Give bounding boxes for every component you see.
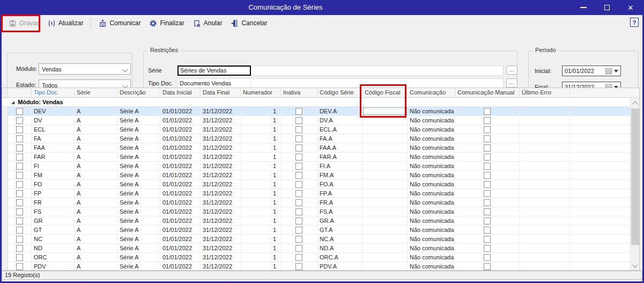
table-row[interactable]: FAA A Série A 01/01/2022 31/12/2022 1 FA… bbox=[2, 143, 639, 153]
cell-codigo-fiscal[interactable] bbox=[362, 153, 408, 161]
table-row[interactable]: ND A Série A 01/01/2022 31/12/2022 1 ND.… bbox=[2, 244, 639, 253]
cell-descricao[interactable]: Série A bbox=[117, 189, 160, 198]
cell-codigo-serie[interactable]: FM.A bbox=[317, 171, 362, 179]
row-select-cell[interactable] bbox=[8, 162, 32, 170]
cell-comunicacao[interactable]: Não comunicada bbox=[408, 244, 455, 252]
cell-ultimo-erro[interactable] bbox=[520, 162, 570, 170]
table-row[interactable]: PDV A Série A 01/01/2022 31/12/2022 1 PD… bbox=[2, 262, 639, 271]
cell-serie[interactable]: A bbox=[75, 262, 117, 271]
cell-numerador[interactable]: 1 bbox=[241, 235, 281, 243]
cell-data-final[interactable]: 31/12/2022 bbox=[201, 125, 241, 134]
cell-codigo-serie[interactable]: FP.A bbox=[317, 189, 362, 198]
comunicacao-manual-checkbox[interactable] bbox=[484, 154, 491, 161]
cell-data-final[interactable]: 31/12/2022 bbox=[201, 143, 241, 152]
inativa-checkbox[interactable] bbox=[295, 108, 302, 115]
inativa-checkbox[interactable] bbox=[295, 135, 302, 142]
cell-descricao[interactable]: Série A bbox=[117, 125, 160, 134]
inativa-checkbox[interactable] bbox=[295, 217, 302, 224]
cell-codigo-fiscal[interactable] bbox=[362, 189, 408, 198]
serie-browse-button[interactable]: ... bbox=[506, 66, 517, 75]
row-select-cell[interactable] bbox=[8, 125, 32, 134]
cell-comunicacao-manual[interactable] bbox=[455, 116, 520, 125]
cell-codigo-serie[interactable]: ECL.A bbox=[317, 125, 362, 134]
row-select-checkbox[interactable] bbox=[16, 227, 23, 234]
table-row[interactable]: GR A Série A 01/01/2022 31/12/2022 1 GR.… bbox=[2, 216, 639, 226]
cell-descricao[interactable]: Série A bbox=[117, 162, 160, 170]
cell-tipo-doc[interactable]: ECL bbox=[32, 125, 75, 134]
cell-comunicacao-manual[interactable] bbox=[455, 189, 520, 198]
cell-comunicacao[interactable]: Não comunicada bbox=[408, 125, 455, 134]
cell-codigo-serie[interactable]: FA.A bbox=[317, 134, 362, 143]
cell-serie[interactable]: A bbox=[75, 180, 117, 188]
cell-tipo-doc[interactable]: FO bbox=[32, 180, 75, 188]
cell-codigo-fiscal[interactable] bbox=[362, 125, 408, 134]
table-row[interactable]: FS A Série A 01/01/2022 31/12/2022 1 FS.… bbox=[2, 207, 639, 216]
row-select-checkbox[interactable] bbox=[16, 154, 23, 161]
cell-descricao[interactable]: Série A bbox=[117, 216, 160, 225]
inativa-checkbox[interactable] bbox=[295, 199, 302, 206]
cell-codigo-serie[interactable]: FAA.A bbox=[317, 143, 362, 152]
cell-inativa[interactable] bbox=[281, 262, 317, 271]
cell-codigo-fiscal[interactable] bbox=[362, 235, 408, 243]
cell-data-final[interactable]: 31/12/2022 bbox=[201, 171, 241, 179]
cell-descricao[interactable]: Série A bbox=[117, 226, 160, 234]
row-select-checkbox[interactable] bbox=[16, 144, 23, 151]
cell-tipo-doc[interactable]: DV bbox=[32, 116, 75, 125]
cell-comunicacao-manual[interactable] bbox=[455, 198, 520, 207]
inativa-checkbox[interactable] bbox=[295, 172, 302, 179]
cell-inativa[interactable] bbox=[281, 235, 317, 243]
cell-data-final[interactable]: 31/12/2022 bbox=[201, 262, 241, 271]
cell-numerador[interactable]: 1 bbox=[241, 253, 281, 262]
cell-serie[interactable]: A bbox=[75, 244, 117, 252]
cell-comunicacao[interactable]: Não comunicada bbox=[408, 134, 455, 143]
column-header-tipo-doc[interactable]: Tipo Doc. bbox=[32, 88, 75, 97]
cell-inativa[interactable] bbox=[281, 207, 317, 216]
cell-codigo-serie[interactable]: DV.A bbox=[317, 116, 362, 125]
cell-ultimo-erro[interactable] bbox=[520, 235, 570, 243]
cell-ultimo-erro[interactable] bbox=[520, 153, 570, 161]
cell-comunicacao-manual[interactable] bbox=[455, 143, 520, 152]
cell-numerador[interactable]: 1 bbox=[241, 180, 281, 188]
inativa-checkbox[interactable] bbox=[295, 227, 302, 234]
cell-tipo-doc[interactable]: GT bbox=[32, 226, 75, 234]
cell-inativa[interactable] bbox=[281, 116, 317, 125]
cell-data-final[interactable]: 31/12/2022 bbox=[201, 153, 241, 161]
cell-serie[interactable]: A bbox=[75, 226, 117, 234]
cell-comunicacao-manual[interactable] bbox=[455, 226, 520, 234]
cell-numerador[interactable]: 1 bbox=[241, 162, 281, 170]
cell-serie[interactable]: A bbox=[75, 216, 117, 225]
cell-descricao[interactable]: Série A bbox=[117, 116, 160, 125]
cancelar-button[interactable]: Cancelar bbox=[226, 16, 271, 30]
row-select-checkbox[interactable] bbox=[16, 245, 23, 252]
cell-ultimo-erro[interactable] bbox=[520, 134, 570, 143]
cell-serie[interactable]: A bbox=[75, 153, 117, 161]
cell-codigo-serie[interactable]: FO.A bbox=[317, 180, 362, 188]
cell-data-inicial[interactable]: 01/01/2022 bbox=[160, 134, 201, 143]
serie-description-input[interactable] bbox=[251, 66, 503, 75]
row-select-cell[interactable] bbox=[8, 244, 32, 252]
row-select-cell[interactable] bbox=[8, 226, 32, 234]
cell-inativa[interactable] bbox=[281, 244, 317, 252]
row-select-cell[interactable] bbox=[8, 198, 32, 207]
cell-codigo-serie[interactable]: GT.A bbox=[317, 226, 362, 234]
comunicacao-manual-checkbox[interactable] bbox=[484, 199, 491, 206]
cell-data-final[interactable]: 31/12/2022 bbox=[201, 244, 241, 252]
cell-data-inicial[interactable]: 01/01/2022 bbox=[160, 253, 201, 262]
inativa-checkbox[interactable] bbox=[295, 144, 302, 151]
cell-serie[interactable]: A bbox=[75, 143, 117, 152]
cell-ultimo-erro[interactable] bbox=[520, 107, 570, 115]
cell-inativa[interactable] bbox=[281, 226, 317, 234]
comunicacao-manual-checkbox[interactable] bbox=[484, 181, 491, 188]
column-header-numerador[interactable]: Numerador bbox=[241, 88, 281, 97]
cell-inativa[interactable] bbox=[281, 143, 317, 152]
comunicacao-manual-checkbox[interactable] bbox=[484, 263, 491, 270]
table-row[interactable]: ECL A Série A 01/01/2022 31/12/2022 1 EC… bbox=[2, 125, 639, 134]
cell-codigo-serie[interactable]: NC.A bbox=[317, 235, 362, 243]
cell-codigo-fiscal[interactable] bbox=[362, 226, 408, 234]
cell-tipo-doc[interactable]: FAA bbox=[32, 143, 75, 152]
cell-comunicacao-manual[interactable] bbox=[455, 235, 520, 243]
cell-numerador[interactable]: 1 bbox=[241, 153, 281, 161]
cell-comunicacao[interactable]: Não comunicada bbox=[408, 180, 455, 188]
cell-ultimo-erro[interactable] bbox=[520, 244, 570, 252]
inativa-checkbox[interactable] bbox=[295, 163, 302, 170]
